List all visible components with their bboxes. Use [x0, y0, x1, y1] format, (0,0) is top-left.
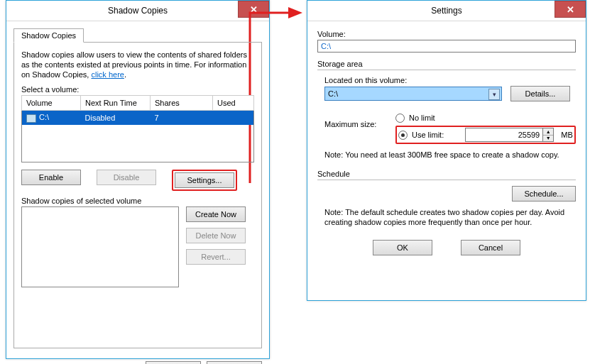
schedule-label: Schedule: [317, 170, 576, 178]
settings-dialog: Settings ✕ Volume: Storage area Located …: [307, 0, 586, 301]
volume-input[interactable]: [317, 40, 576, 53]
window-title: Shadow Copies: [6, 6, 269, 16]
col-volume[interactable]: Volume: [22, 96, 81, 111]
chevron-down-icon[interactable]: ▾: [488, 89, 500, 100]
limit-unit: MB: [561, 131, 573, 139]
close-icon[interactable]: ✕: [238, 1, 269, 18]
select-volume-label: Select a volume:: [21, 85, 254, 94]
table-row[interactable]: C:\ Disabled 7: [22, 111, 254, 126]
col-next-run[interactable]: Next Run Time: [81, 96, 151, 111]
schedule-button[interactable]: Schedule...: [512, 186, 576, 202]
limit-input[interactable]: [465, 128, 543, 142]
storage-area-label: Storage area: [317, 60, 576, 68]
close-icon[interactable]: ✕: [555, 1, 586, 18]
note-storage: Note: You need at least 300MB free space…: [324, 150, 576, 160]
copies-listbox[interactable]: [21, 206, 179, 287]
enable-button[interactable]: Enable: [21, 170, 81, 185]
located-combo[interactable]: C:\ ▾: [324, 87, 502, 101]
disable-button: Disable: [97, 170, 156, 185]
note-schedule: Note: The default schedule creates two s…: [324, 207, 576, 227]
create-now-button[interactable]: Create Now: [186, 206, 246, 222]
radio-use-limit[interactable]: Use limit:: [398, 131, 444, 140]
click-here-link[interactable]: click here: [91, 70, 124, 79]
titlebar: Shadow Copies ✕: [6, 1, 269, 21]
cancel-button[interactable]: Cancel: [461, 240, 520, 255]
revert-button: Revert...: [186, 249, 246, 265]
located-label: Located on this volume:: [324, 76, 576, 84]
limit-spinner[interactable]: ▲ ▼: [465, 128, 554, 142]
window-title: Settings: [307, 6, 586, 16]
volume-label: Volume:: [317, 30, 576, 38]
max-size-label: Maximum size:: [324, 111, 388, 128]
radio-icon: [395, 114, 405, 123]
delete-now-button: Delete Now: [186, 228, 246, 243]
radio-icon: [398, 131, 408, 140]
ok-button[interactable]: OK: [373, 240, 432, 255]
radio-no-limit[interactable]: No limit: [395, 111, 576, 124]
description-text: Shadow copies allow users to view the co…: [21, 50, 254, 79]
col-shares[interactable]: Shares: [151, 96, 213, 111]
drive-icon: [26, 114, 36, 123]
spin-up-icon[interactable]: ▲: [543, 128, 553, 136]
tab-shadow-copies[interactable]: Shadow Copies: [13, 28, 84, 43]
col-used[interactable]: Used: [213, 96, 254, 111]
spin-down-icon[interactable]: ▼: [543, 136, 553, 142]
titlebar: Settings ✕: [307, 1, 586, 21]
cancel-button[interactable]: Cancel: [207, 361, 262, 364]
settings-button[interactable]: Settings...: [175, 172, 234, 188]
selected-copies-label: Shadow copies of selected volume: [21, 197, 254, 205]
shadow-copies-dialog: Shadow Copies ✕ Shadow Copies Shadow cop…: [6, 0, 270, 359]
volume-table[interactable]: Volume Next Run Time Shares Used C:\ Dis…: [21, 95, 254, 162]
ok-button[interactable]: OK: [146, 361, 201, 364]
details-button[interactable]: Details...: [510, 86, 570, 101]
